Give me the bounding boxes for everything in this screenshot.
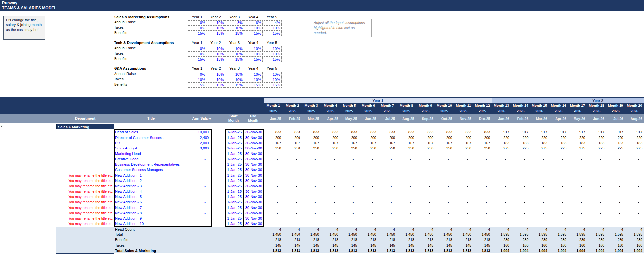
employee-title[interactable]: New Addition - 10 [115,221,187,226]
assumption-input-cell[interactable]: 10% [207,51,226,57]
employee-end-month[interactable]: 30-Nov-30 [244,221,263,226]
assumption-input-cell[interactable]: 0% [188,72,207,77]
employee-salary[interactable]: 2,000 [188,140,210,146]
employee-start-month[interactable]: 1-Jan-25 [225,167,242,172]
employee-end-month[interactable]: 30-Nov-30 [244,167,263,172]
employee-end-month[interactable]: 30-Nov-30 [244,189,263,194]
employee-title[interactable]: Creative Head [115,156,187,162]
employee-start-month[interactable]: 1-Jan-25 [225,162,242,167]
employee-start-month[interactable]: 1-Jan-25 [225,189,242,194]
assumption-input-cell[interactable]: 4% [262,20,282,25]
employee-end-month[interactable]: 30-Nov-30 [244,151,263,156]
employee-salary[interactable]: - [188,194,210,199]
employee-title[interactable]: Director of Customer Success [115,135,187,140]
employee-end-month[interactable]: 30-Nov-30 [244,140,263,146]
assumption-input-cell[interactable]: 15% [188,82,207,88]
employee-salary[interactable]: - [188,162,210,167]
employee-salary[interactable]: - [188,183,210,189]
employee-title[interactable]: New Addition - 6 [115,199,187,205]
employee-end-month[interactable]: 30-Nov-30 [244,173,263,178]
employee-start-month[interactable]: 1-Jan-25 [225,129,242,135]
employee-title[interactable]: Customer Success Managers [115,167,187,172]
assumption-input-cell[interactable]: 15% [188,57,207,62]
assumption-input-cell[interactable]: 10% [225,51,244,57]
employee-title[interactable]: New Addition - 8 [115,210,187,216]
employee-start-month[interactable]: 1-Jan-25 [225,216,242,221]
employee-title[interactable]: New Addition - 3 [115,183,187,189]
employee-salary[interactable]: 3,000 [188,146,210,151]
employee-title[interactable]: Marketing Head [115,151,187,156]
employee-start-month[interactable]: 1-Jan-25 [225,156,242,162]
assumption-input-cell[interactable]: 10% [188,25,207,31]
employee-salary[interactable]: - [188,216,210,221]
employee-title[interactable]: New Addition - 5 [115,194,187,199]
employee-salary[interactable]: - [188,173,210,178]
employee-salary[interactable]: - [188,189,210,194]
employee-title[interactable]: PR [115,140,187,146]
employee-title[interactable]: New Addition - 7 [115,205,187,210]
employee-title[interactable]: Head of Sales [115,129,187,135]
assumption-input-cell[interactable]: 10% [262,25,282,31]
employee-start-month[interactable]: 1-Jan-25 [225,173,242,178]
employee-end-month[interactable]: 30-Nov-30 [244,205,263,210]
assumption-input-cell[interactable]: 10% [262,77,282,82]
employee-salary[interactable]: 2,400 [188,135,210,140]
employee-salary[interactable]: - [188,199,210,205]
employee-end-month[interactable]: 30-Nov-30 [244,162,263,167]
assumption-input-cell[interactable]: 10% [262,72,282,77]
assumption-input-cell[interactable]: 10% [262,51,282,57]
employee-salary[interactable]: - [188,151,210,156]
employee-salary[interactable]: 10,000 [188,129,210,135]
employee-start-month[interactable]: 1-Jan-25 [225,199,242,205]
employee-salary[interactable]: - [188,156,210,162]
assumption-input-cell[interactable]: 10% [207,72,226,77]
assumption-input-cell[interactable]: 15% [225,57,244,62]
employee-end-month[interactable]: 30-Nov-30 [244,199,263,205]
assumption-input-cell[interactable]: 15% [244,31,263,36]
employee-salary[interactable]: - [188,178,210,183]
assumption-input-cell[interactable]: 10% [244,46,263,51]
assumption-input-cell[interactable]: 10% [188,51,207,57]
employee-title[interactable]: New Addition - 9 [115,216,187,221]
assumption-input-cell[interactable]: 15% [188,31,207,36]
employee-start-month[interactable]: 1-Jan-25 [225,183,242,189]
employee-title[interactable]: Sales Analyst [115,146,187,151]
employee-start-month[interactable]: 1-Jan-25 [225,205,242,210]
assumption-input-cell[interactable]: 10% [225,25,244,31]
assumption-input-cell[interactable]: 15% [262,57,282,62]
employee-end-month[interactable]: 30-Nov-30 [244,135,263,140]
assumption-input-cell[interactable]: 10% [207,20,226,25]
employee-start-month[interactable]: 1-Jan-25 [225,140,242,146]
employee-start-month[interactable]: 1-Jan-25 [225,135,242,140]
employee-salary[interactable]: - [188,210,210,216]
assumption-input-cell[interactable]: 10% [244,51,263,57]
assumption-input-cell[interactable]: 10% [225,77,244,82]
assumption-input-cell[interactable]: 6% [244,20,263,25]
assumption-input-cell[interactable]: 0% [188,20,207,25]
employee-title[interactable]: New Addition - 2 [115,178,187,183]
assumption-input-cell[interactable]: 15% [262,82,282,88]
assumption-input-cell[interactable]: 10% [207,25,226,31]
employee-start-month[interactable]: 1-Jan-25 [225,178,242,183]
employee-start-month[interactable]: 1-Jan-25 [225,146,242,151]
assumption-input-cell[interactable]: 10% [244,72,263,77]
assumption-input-cell[interactable]: 15% [244,82,263,88]
assumption-input-cell[interactable]: 10% [244,77,263,82]
assumption-input-cell[interactable]: 10% [188,77,207,82]
assumption-input-cell[interactable]: 15% [225,82,244,88]
assumption-input-cell[interactable]: 10% [207,46,226,51]
assumption-input-cell[interactable]: 10% [244,25,263,31]
employee-title[interactable]: Business Development Representatives [115,162,187,167]
assumption-input-cell[interactable]: 10% [225,46,244,51]
employee-title[interactable]: New Addition - 1 [115,173,187,178]
employee-salary[interactable]: - [188,167,210,172]
assumption-input-cell[interactable]: 15% [244,57,263,62]
employee-salary[interactable]: - [188,221,210,226]
employee-end-month[interactable]: 30-Nov-30 [244,156,263,162]
assumption-input-cell[interactable]: 15% [262,31,282,36]
employee-end-month[interactable]: 30-Nov-30 [244,183,263,189]
employee-end-month[interactable]: 30-Nov-30 [244,146,263,151]
assumption-input-cell[interactable]: 10% [225,72,244,77]
employee-salary[interactable]: - [188,205,210,210]
employee-title[interactable]: New Addition - 4 [115,189,187,194]
